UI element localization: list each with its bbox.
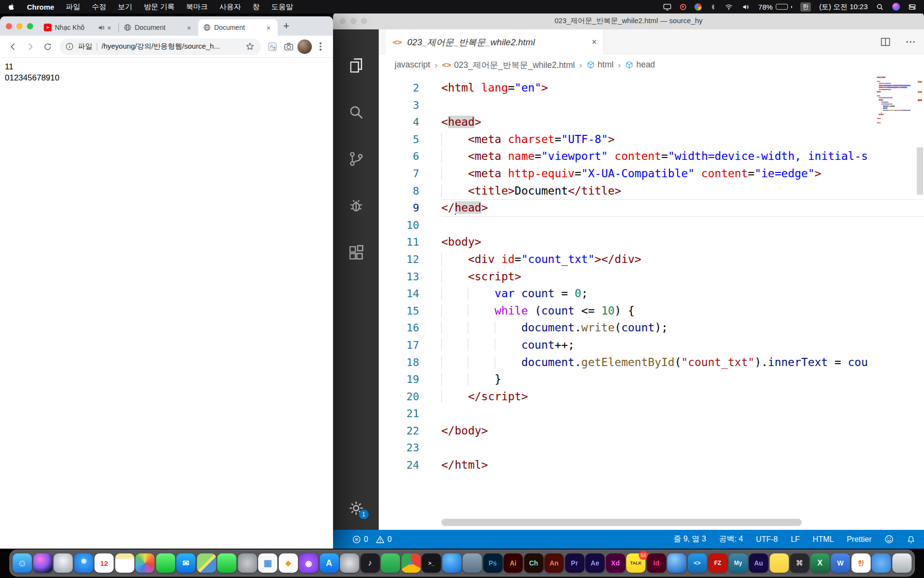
- code-line-2[interactable]: 2<html lang="en">: [379, 79, 924, 97]
- code-line-12[interactable]: 12 <div id="count_txt"></div>: [379, 251, 924, 268]
- dock-vscode-icon[interactable]: <>: [688, 553, 707, 573]
- address-bar[interactable]: 파일 /hyeyoung/강의/반응형웹/source_h...: [60, 39, 261, 55]
- dock-safari-icon[interactable]: [74, 553, 93, 573]
- code-line-14[interactable]: 14 var count = 0;: [379, 285, 924, 302]
- more-actions-icon[interactable]: [905, 36, 916, 48]
- dock-xd-icon[interactable]: Xd: [606, 553, 625, 573]
- volume-icon[interactable]: [742, 3, 750, 11]
- dock-music-icon[interactable]: ♪: [360, 553, 380, 573]
- vscode-window-controls[interactable]: [340, 18, 367, 24]
- activity-search-icon[interactable]: [347, 103, 365, 121]
- status-language-mode[interactable]: HTML: [813, 535, 834, 544]
- dock-filezilla-icon[interactable]: FZ: [708, 553, 727, 573]
- dock-after-effects-icon[interactable]: Ae: [585, 553, 604, 573]
- status-encoding[interactable]: UTF-8: [756, 535, 778, 544]
- status-cursor-position[interactable]: 줄 9, 열 3: [673, 534, 706, 544]
- status-eol[interactable]: LF: [791, 535, 800, 544]
- vertical-scrollbar[interactable]: [917, 147, 923, 195]
- dock-stickies-icon[interactable]: [770, 553, 789, 573]
- browser-tab-1[interactable]: Document×: [119, 19, 198, 36]
- wifi-icon[interactable]: [724, 3, 733, 11]
- dock-charts-icon[interactable]: ▦: [258, 553, 277, 573]
- dock-excel-icon[interactable]: X: [810, 553, 830, 573]
- chrome-menu-icon[interactable]: [313, 39, 328, 54]
- apple-menu-icon[interactable]: [8, 3, 15, 11]
- dock-green-app-icon[interactable]: [381, 553, 400, 573]
- control-center-icon[interactable]: [908, 3, 916, 11]
- dock-launchpad-icon[interactable]: [53, 553, 73, 573]
- breadcrumb-item-3[interactable]: head: [625, 60, 655, 70]
- problems-warnings[interactable]: 0: [376, 535, 392, 544]
- minimize-window-button[interactable]: [16, 23, 23, 29]
- dock-blue-doc-icon[interactable]: W: [831, 553, 850, 573]
- code-line-7[interactable]: 7 <meta http-equiv="X-UA-Compatible" con…: [379, 165, 924, 183]
- code-line-5[interactable]: 5 <meta charset="UTF-8">: [379, 131, 924, 148]
- notifications-bell-icon[interactable]: [907, 535, 915, 544]
- input-source-badge[interactable]: 한: [800, 2, 811, 12]
- dock-maps-icon[interactable]: [197, 553, 216, 573]
- code-line-18[interactable]: 18 document.getElementById("count_txt").…: [379, 354, 924, 371]
- menubar-menu-6[interactable]: 창: [253, 2, 260, 12]
- code-line-4[interactable]: 4<head>: [379, 114, 924, 131]
- breadcrumb-item-1[interactable]: <>023_제어문_반복문_while2.html: [442, 59, 575, 71]
- dock-mysql-icon[interactable]: My: [729, 553, 748, 573]
- menubar-menu-5[interactable]: 사용자: [219, 2, 241, 12]
- dock-mail-icon[interactable]: ✉: [176, 553, 195, 573]
- bluetooth-icon[interactable]: [710, 3, 716, 11]
- dock-camera-icon[interactable]: [238, 553, 257, 573]
- menubar-menu-1[interactable]: 수정: [92, 2, 106, 12]
- battery-indicator[interactable]: 78%: [758, 3, 792, 11]
- profile-avatar[interactable]: [297, 39, 312, 54]
- code-line-23[interactable]: 23: [379, 439, 924, 457]
- status-formatter[interactable]: Prettier: [847, 535, 872, 544]
- browser-tab-2[interactable]: Document×: [198, 19, 278, 36]
- activity-source-control-icon[interactable]: [347, 150, 365, 168]
- dock-system-settings-icon[interactable]: [340, 553, 359, 573]
- dock-calendar-icon[interactable]: 12: [94, 553, 114, 573]
- menubar-app-name[interactable]: Chrome: [27, 3, 54, 11]
- tab-audio-icon[interactable]: [98, 24, 105, 31]
- dock-siri-icon[interactable]: [33, 553, 52, 573]
- new-tab-button[interactable]: +: [280, 19, 293, 33]
- dock-premiere-icon[interactable]: Pr: [565, 553, 584, 573]
- dock-notes-icon[interactable]: [115, 553, 134, 573]
- code-line-16[interactable]: 16 document.write(count);: [379, 319, 924, 337]
- menubar-menu-7[interactable]: 도움말: [271, 2, 293, 12]
- editor-tab-close-icon[interactable]: ×: [591, 37, 597, 47]
- activity-explorer-icon[interactable]: [347, 56, 365, 75]
- dock-chrome-icon[interactable]: ●: [401, 553, 421, 573]
- dock-downloads-icon[interactable]: [872, 553, 891, 573]
- back-button[interactable]: [5, 39, 21, 55]
- feedback-smiley-icon[interactable]: [885, 535, 894, 544]
- code-editor[interactable]: 2<html lang="en">34<head>5 <meta charset…: [379, 75, 924, 530]
- siri-icon[interactable]: [892, 3, 900, 11]
- code-line-15[interactable]: 15 while (count <= 10) {: [379, 302, 924, 320]
- record-indicator-icon[interactable]: [680, 4, 686, 10]
- translate-extension-icon[interactable]: A文: [265, 39, 280, 54]
- horizontal-scrollbar[interactable]: [441, 519, 802, 526]
- code-line-9[interactable]: 9</head>: [379, 199, 924, 217]
- code-line-21[interactable]: 21: [379, 405, 924, 422]
- code-line-22[interactable]: 22</body>: [379, 422, 924, 440]
- code-line-10[interactable]: 10: [379, 217, 924, 234]
- zoom-window-button[interactable]: [27, 23, 33, 29]
- bookmark-star-icon[interactable]: [245, 41, 255, 52]
- menubar-menu-4[interactable]: 북마크: [186, 2, 208, 12]
- dock-messages-icon[interactable]: [156, 553, 175, 573]
- meet-icon[interactable]: [694, 3, 702, 11]
- vscode-titlebar[interactable]: 023_제어문_반복문_while2.html — source_hy: [333, 12, 924, 29]
- breadcrumb-item-2[interactable]: html: [587, 60, 614, 70]
- forward-button[interactable]: [22, 39, 38, 55]
- code-line-8[interactable]: 8 <title>Document</title>: [379, 183, 924, 200]
- dock-indesign-icon[interactable]: Id: [647, 553, 666, 573]
- activity-extensions-icon[interactable]: [347, 243, 365, 262]
- dock-finder-icon[interactable]: ☺: [13, 553, 32, 573]
- editor-tab[interactable]: <> 023_제어문_반복문_while2.html ×: [386, 29, 604, 54]
- minimap[interactable]: [877, 77, 913, 124]
- dock-utility-icon[interactable]: ⌘: [790, 553, 809, 573]
- code-line-17[interactable]: 17 count++;: [379, 337, 924, 354]
- code-line-3[interactable]: 3: [379, 97, 924, 114]
- tab-close-icon[interactable]: ×: [105, 23, 114, 32]
- site-info-icon[interactable]: [65, 42, 74, 51]
- problems-errors[interactable]: 0: [352, 535, 368, 544]
